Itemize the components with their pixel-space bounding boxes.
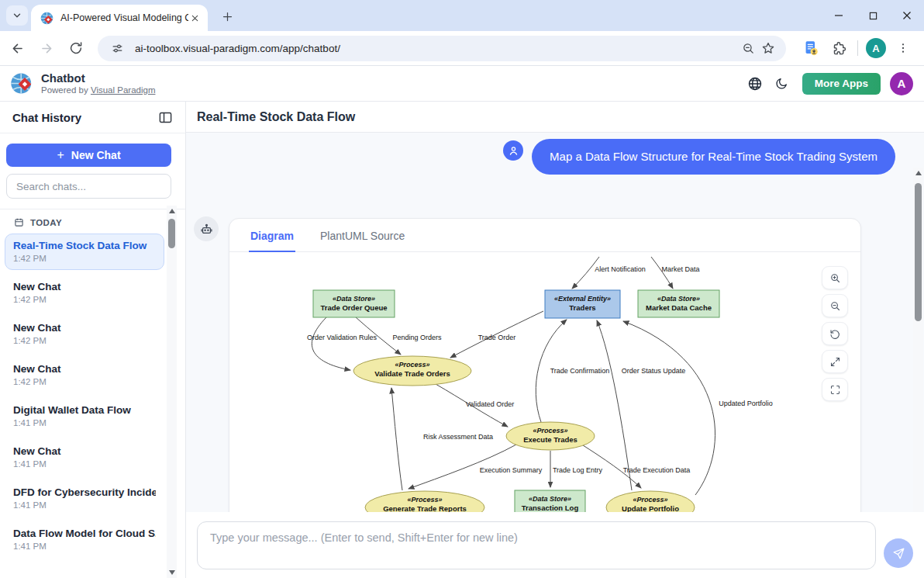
- message-input[interactable]: [197, 521, 876, 569]
- chat-history-item[interactable]: Real-Time Stock Data Flow1:42 PM: [5, 234, 164, 270]
- dfd-node-stereotype: «Process»: [533, 427, 567, 434]
- user-avatar: [503, 140, 523, 161]
- forward-arrow-icon: [40, 41, 54, 56]
- back-arrow-icon: [10, 41, 25, 56]
- more-apps-button[interactable]: More Apps: [802, 73, 881, 95]
- chat-time: 1:41 PM: [13, 542, 156, 551]
- plus-icon: +: [57, 148, 64, 162]
- dfd-edge-label: Risk Assessment Data: [423, 433, 493, 441]
- visual-paradigm-link[interactable]: Visual Paradigm: [91, 85, 156, 95]
- toolbar-separator: [857, 40, 858, 56]
- dark-mode-moon-icon[interactable]: [768, 71, 795, 97]
- chat-history-item[interactable]: New Chat1:42 PM: [5, 316, 164, 352]
- user-account-avatar[interactable]: A: [890, 72, 913, 95]
- dfd-node-stereotype: «Data Store»: [529, 495, 571, 503]
- dfd-node-stereotype: «External Entity»: [554, 295, 611, 303]
- reset-view-button[interactable]: [822, 322, 848, 345]
- zoom-indicator-icon[interactable]: [738, 38, 758, 58]
- dfd-edge-label: Execution Summary: [480, 466, 543, 474]
- chat-title: New Chat: [13, 322, 156, 334]
- chat-title: DFD for Cybersecurity Incide...: [13, 486, 156, 498]
- window-maximize-button[interactable]: [856, 0, 890, 31]
- chat-time: 1:41 PM: [13, 418, 156, 427]
- chat-title: New Chat: [13, 445, 156, 457]
- dfd-node-name: Traders: [569, 303, 595, 312]
- chat-history-item[interactable]: New Chat1:42 PM: [5, 357, 164, 393]
- tab-diagram[interactable]: Diagram: [249, 230, 295, 251]
- zoom-in-button[interactable]: [822, 266, 848, 289]
- browser-window: AI-Powered Visual Modeling Ch: [0, 0, 924, 578]
- dfd-node-name: Market Data Cache: [646, 303, 712, 312]
- chat-history-item[interactable]: DFD for Cybersecurity Incide...1:41 PM: [5, 480, 164, 517]
- url-text: ai-toolbox.visual-paradigm.com/app/chatb…: [135, 43, 738, 54]
- chat-history-item[interactable]: Data Flow Model for Cloud S...1:41 PM: [5, 521, 164, 558]
- sidebar-collapse-button[interactable]: [156, 108, 174, 126]
- chat-history-item[interactable]: New Chat1:42 PM: [5, 275, 164, 311]
- calendar-icon: [14, 217, 24, 227]
- tab-plantuml-source[interactable]: PlantUML Source: [319, 230, 406, 251]
- dfd-node-stereotype: «Process»: [633, 496, 667, 504]
- expand-button[interactable]: [822, 350, 848, 373]
- browser-tab[interactable]: AI-Powered Visual Modeling Ch: [31, 5, 208, 31]
- app-header: Chatbot Powered by Visual Paradigm More …: [0, 66, 924, 102]
- dfd-node-name: Execute Trades: [523, 435, 578, 444]
- dfd-edge-label: Order Status Update: [622, 367, 686, 375]
- chat-title: Digital Wallet Data Flow: [13, 404, 156, 416]
- send-button[interactable]: [884, 538, 913, 568]
- chat-time: 1:42 PM: [13, 295, 156, 304]
- forward-button[interactable]: [34, 36, 59, 61]
- sidebar-scrollbar[interactable]: [167, 206, 177, 578]
- tab-search-button[interactable]: [6, 5, 28, 26]
- sidebar-title: Chat History: [12, 111, 81, 124]
- dfd-edge: [391, 388, 402, 490]
- window-close-button[interactable]: [890, 0, 924, 31]
- tab-title: AI-Powered Visual Modeling Ch: [60, 12, 188, 23]
- diagram-card-tabs: Diagram PlantUML Source: [229, 219, 860, 252]
- visual-paradigm-favicon: [40, 12, 53, 25]
- chat-scrollbar[interactable]: [913, 168, 923, 512]
- zoom-out-button[interactable]: [822, 294, 848, 317]
- expand-arrows-icon: [829, 356, 841, 368]
- plus-icon: [222, 11, 233, 22]
- diagram-toolbar: [822, 266, 848, 401]
- language-globe-icon[interactable]: [742, 71, 768, 97]
- fullscreen-button[interactable]: [822, 378, 848, 401]
- reload-icon: [69, 41, 83, 55]
- dfd-node-stereotype: «Data Store»: [657, 295, 700, 303]
- scroll-up-arrow[interactable]: [915, 171, 922, 175]
- send-paper-plane-icon: [892, 547, 905, 560]
- visual-paradigm-logo: [10, 71, 34, 95]
- chat-history-item[interactable]: Digital Wallet Data Flow1:41 PM: [5, 398, 164, 434]
- new-tab-button[interactable]: [217, 6, 237, 26]
- back-button[interactable]: [5, 36, 29, 61]
- chevron-down-icon: [12, 10, 22, 21]
- scrollbar-thumb[interactable]: [915, 183, 922, 321]
- docs-offline-icon[interactable]: [799, 36, 822, 60]
- scrollbar-thumb[interactable]: [168, 219, 175, 248]
- browser-toolbar: ai-toolbox.visual-paradigm.com/app/chatb…: [0, 31, 924, 66]
- new-chat-button[interactable]: + New Chat: [6, 144, 171, 167]
- search-chats-input[interactable]: [6, 174, 171, 199]
- scroll-up-arrow[interactable]: [169, 209, 175, 213]
- window-minimize-button[interactable]: [822, 0, 856, 31]
- fullscreen-corners-icon: [829, 384, 841, 396]
- address-bar[interactable]: ai-toolbox.visual-paradigm.com/app/chatb…: [98, 36, 786, 61]
- chat-history-item[interactable]: New Chat1:41 PM: [5, 439, 164, 476]
- dfd-edge-label: Trade Confirmation: [550, 367, 610, 375]
- kebab-menu-icon[interactable]: [891, 36, 915, 60]
- conversation-title: Real-Time Stock Data Flow: [197, 110, 355, 124]
- app-title: Chatbot: [41, 71, 155, 85]
- bookmark-star-icon[interactable]: [758, 38, 778, 58]
- main-panel: Real-Time Stock Data Flow Map a Data Flo…: [186, 102, 924, 578]
- dfd-edge: [312, 317, 350, 370]
- chat-history-sidebar: Chat History + New Chat TODAY: [0, 102, 186, 578]
- chrome-profile-avatar[interactable]: A: [866, 38, 886, 58]
- reload-button[interactable]: [64, 36, 88, 61]
- bot-avatar: [194, 216, 219, 241]
- scroll-down-arrow[interactable]: [169, 570, 175, 575]
- dfd-node-stereotype: «Process»: [395, 361, 429, 369]
- chat-messages-area: Map a Data Flow Structure for Real-Time …: [186, 133, 924, 512]
- tab-close-button[interactable]: [188, 12, 202, 25]
- site-settings-icon[interactable]: [107, 38, 127, 58]
- extensions-puzzle-icon[interactable]: [827, 36, 850, 60]
